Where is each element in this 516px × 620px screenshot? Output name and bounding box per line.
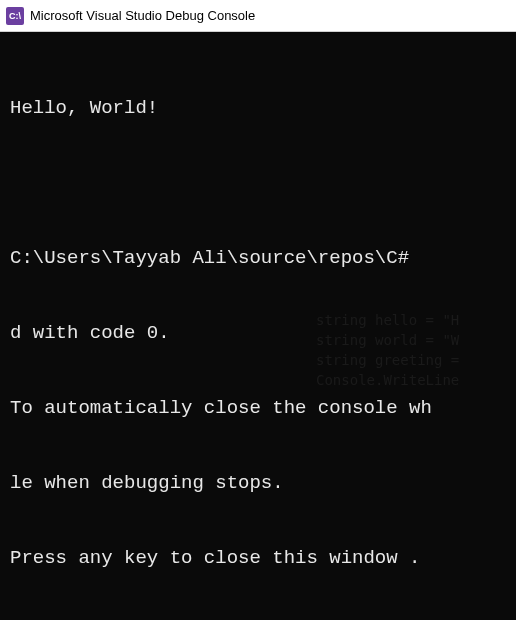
app-icon-label: C:\ — [9, 11, 21, 21]
console-line: To automatically close the console wh — [10, 396, 514, 421]
console-line: le when debugging stops. — [10, 471, 514, 496]
console-output[interactable]: Hello, World! C:\Users\Tayyab Ali\source… — [0, 32, 516, 596]
console-blank-line — [10, 171, 514, 196]
app-icon: C:\ — [6, 7, 24, 25]
window-title: Microsoft Visual Studio Debug Console — [30, 8, 255, 23]
console-line: d with code 0. — [10, 321, 514, 346]
console-line: Hello, World! — [10, 96, 514, 121]
console-line: C:\Users\Tayyab Ali\source\repos\C# — [10, 246, 514, 271]
window-titlebar[interactable]: C:\ Microsoft Visual Studio Debug Consol… — [0, 0, 516, 32]
console-line: Press any key to close this window . — [10, 546, 514, 571]
